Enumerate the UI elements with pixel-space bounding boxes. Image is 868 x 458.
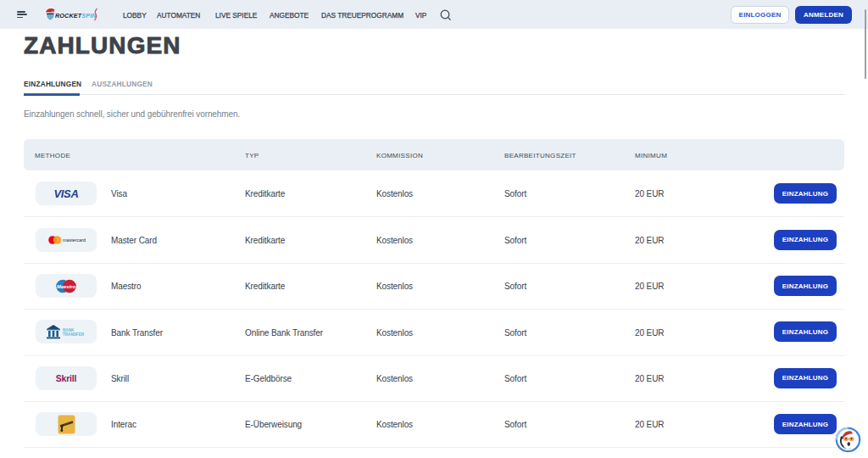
svg-text:BANK: BANK <box>63 328 75 332</box>
svg-text:mastercard: mastercard <box>63 237 86 243</box>
svg-text:TRANSFER: TRANSFER <box>63 333 85 338</box>
svg-text:Maestro: Maestro <box>57 283 76 288</box>
